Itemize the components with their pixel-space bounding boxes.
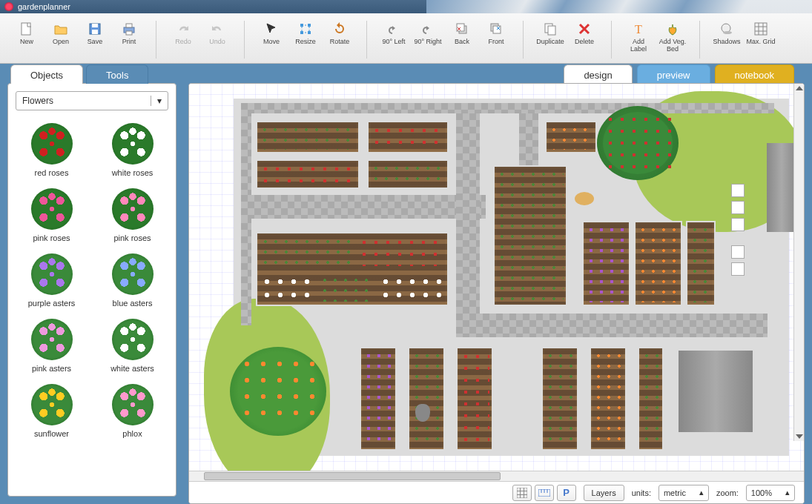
duplicate-button[interactable]: Duplicate — [534, 18, 567, 62]
veg-bed[interactable] — [686, 221, 716, 306]
new-button[interactable]: New — [10, 18, 43, 62]
object-item-pink-asters[interactable]: pink asters — [13, 314, 90, 376]
garden-shed[interactable] — [679, 351, 753, 432]
gravel-path[interactable] — [456, 113, 480, 328]
stone-wall[interactable] — [241, 103, 774, 113]
tab-design-label: design — [584, 70, 612, 81]
resize-button[interactable]: Resize — [289, 18, 322, 62]
delete-button[interactable]: Delete — [568, 18, 601, 62]
veg-bed[interactable] — [256, 232, 449, 306]
paving-stone[interactable] — [731, 218, 745, 231]
back-label: Back — [455, 39, 469, 46]
tab-design[interactable]: design — [564, 64, 632, 84]
veg-bed[interactable] — [493, 165, 567, 306]
addvegbed-button[interactable]: Add Veg. Bed — [656, 18, 689, 62]
object-item-phlox[interactable]: phlox — [93, 379, 171, 441]
veg-bed[interactable] — [456, 347, 493, 451]
rotate-icon — [331, 21, 348, 37]
canvas-viewport[interactable] — [189, 84, 804, 471]
object-item-label: sunflower — [34, 429, 69, 438]
scroll-up-icon[interactable] — [796, 86, 803, 90]
object-item-label: pink asters — [32, 364, 71, 373]
layers-button[interactable]: Layers — [584, 485, 624, 501]
move-button[interactable]: Move — [255, 18, 288, 62]
sun-hat-icon[interactable] — [575, 192, 594, 205]
veg-bed[interactable] — [256, 159, 360, 189]
ninetyright-button[interactable]: 90° Right — [412, 18, 444, 62]
veg-bed[interactable] — [367, 159, 449, 189]
object-item-white-roses[interactable]: white roses — [93, 118, 171, 180]
delete-icon — [576, 21, 593, 37]
zoom-label: zoom: — [716, 488, 739, 497]
design-canvas[interactable]: P Layers units: metric ▴ zoom: 100% ▴ — [188, 83, 805, 504]
print-button[interactable]: Print — [113, 18, 145, 62]
object-item-blue-asters[interactable]: blue asters — [93, 248, 171, 311]
document-new-icon — [19, 21, 35, 37]
zoom-select[interactable]: 100% ▴ — [746, 485, 795, 501]
veg-bed[interactable] — [256, 121, 360, 153]
redo-button[interactable]: Redo — [167, 18, 199, 62]
tab-objects[interactable]: Objects — [10, 64, 83, 84]
redo-label: Redo — [175, 39, 191, 46]
gravel-path[interactable] — [456, 314, 768, 337]
veg-bed[interactable] — [408, 347, 445, 451]
veg-bed[interactable] — [541, 347, 578, 451]
shadows-button[interactable]: Shadows — [710, 18, 743, 62]
paving-stone[interactable] — [731, 245, 745, 259]
veg-bed[interactable] — [634, 221, 682, 306]
addlabel-button[interactable]: TAdd Label — [622, 18, 655, 62]
object-category-select[interactable]: Flowers ▾ — [16, 91, 168, 110]
horizontal-scrollbar[interactable] — [189, 471, 804, 481]
front-button[interactable]: Front — [480, 18, 512, 62]
fruit-tree[interactable] — [230, 347, 326, 436]
tab-tools[interactable]: Tools — [86, 64, 148, 84]
maxgrid-label: Max. Grid — [746, 39, 775, 46]
layers-label: Layers — [592, 488, 616, 497]
units-select[interactable]: metric ▴ — [658, 485, 709, 501]
veg-bed[interactable] — [367, 121, 449, 153]
vertical-scrollbar[interactable] — [793, 84, 804, 441]
garden-shed[interactable] — [767, 143, 796, 232]
gardener-icon[interactable] — [415, 404, 430, 422]
rotate-button[interactable]: Rotate — [323, 18, 356, 62]
properties-button[interactable]: P — [557, 485, 576, 501]
grid-toggle-button[interactable] — [512, 485, 532, 501]
veg-bed[interactable] — [582, 221, 630, 306]
object-item-pink-roses[interactable]: pink roses — [13, 183, 90, 245]
ruler-toggle-button[interactable] — [535, 485, 554, 501]
veg-bed[interactable] — [545, 121, 597, 153]
svg-rect-5 — [126, 24, 132, 27]
save-label: Save — [88, 39, 103, 46]
sidebar-body: Flowers ▾ red roseswhite rosespink roses… — [7, 83, 176, 497]
svg-rect-2 — [92, 24, 98, 27]
undo-button[interactable]: Undo — [201, 18, 234, 62]
scroll-down-icon[interactable] — [796, 434, 803, 439]
veg-bed[interactable] — [360, 347, 397, 451]
gravel-path[interactable] — [241, 195, 486, 219]
tab-preview[interactable]: preview — [637, 64, 710, 84]
open-button[interactable]: Open — [44, 18, 77, 62]
veg-bed[interactable] — [638, 347, 664, 451]
object-item-label: phlox — [122, 429, 142, 438]
paving-stone[interactable] — [731, 262, 745, 276]
ninetyleft-button[interactable]: 90° Left — [377, 18, 410, 62]
tab-notebook[interactable]: notebook — [715, 64, 795, 84]
bring-front-icon — [488, 21, 504, 37]
resize-label: Resize — [295, 39, 316, 46]
shrub[interactable] — [597, 106, 679, 180]
paving-stone[interactable] — [731, 184, 745, 197]
status-bar: P Layers units: metric ▴ zoom: 100% ▴ — [189, 481, 804, 503]
maxgrid-button[interactable]: Max. Grid — [745, 18, 777, 62]
object-item-purple-asters[interactable]: purple asters — [13, 248, 90, 311]
save-button[interactable]: Save — [79, 18, 111, 62]
object-item-pink-roses[interactable]: pink roses — [93, 183, 171, 245]
veg-bed[interactable] — [590, 347, 627, 451]
object-item-sunflower[interactable]: sunflower — [13, 379, 90, 441]
chevron-up-icon: ▴ — [785, 488, 790, 497]
back-button[interactable]: Back — [446, 18, 478, 62]
paving-stone[interactable] — [731, 201, 745, 214]
scroll-thumb[interactable] — [204, 472, 501, 480]
object-item-red-roses[interactable]: red roses — [13, 118, 90, 180]
object-item-white-asters[interactable]: white asters — [93, 314, 171, 376]
svg-rect-21 — [755, 23, 767, 35]
